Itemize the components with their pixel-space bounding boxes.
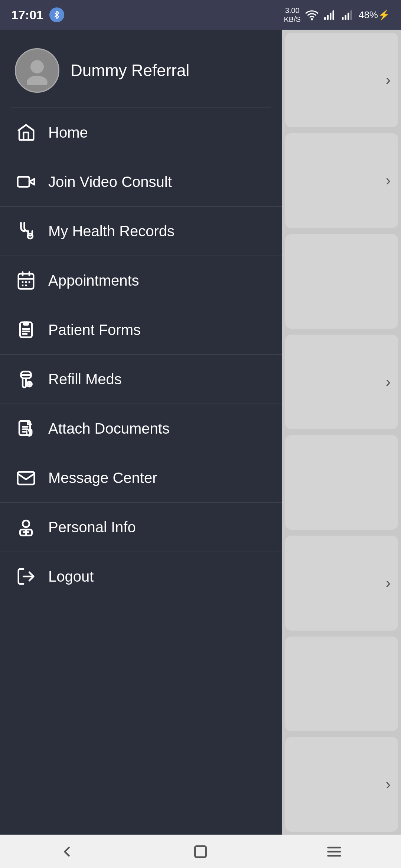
person-badge-icon <box>15 516 37 538</box>
svg-point-9 <box>30 60 44 73</box>
sidebar-item-label-health: My Health Records <box>48 223 175 240</box>
sidebar-item-join-video-consult[interactable]: Join Video Consult <box>0 157 282 207</box>
menu-button[interactable] <box>319 841 349 863</box>
sidebar-item-label-messages: Message Center <box>48 470 157 486</box>
signal-icon-2 <box>341 8 354 22</box>
sidebar-item-refill-meds[interactable]: Refill Meds <box>0 355 282 404</box>
svg-rect-18 <box>25 281 27 283</box>
right-card-5[interactable] <box>285 435 398 530</box>
right-card-7[interactable] <box>285 637 398 731</box>
sidebar-item-label-meds: Refill Meds <box>48 371 122 388</box>
bottom-nav <box>0 835 401 868</box>
wifi-icon <box>305 8 319 22</box>
sidebar-drawer: Dummy Referral Home Join Video Consult <box>0 30 282 835</box>
sidebar-item-label-docs: Attach Documents <box>48 420 170 437</box>
paperclip-doc-icon <box>15 417 37 440</box>
right-card-6[interactable]: › <box>285 536 398 630</box>
home-icon <box>15 121 37 144</box>
svg-point-0 <box>311 19 312 20</box>
main-layout: Dummy Referral Home Join Video Consult <box>0 30 401 835</box>
sidebar-item-label-appointments: Appointments <box>48 272 139 289</box>
svg-rect-32 <box>19 421 30 435</box>
chevron-right-icon: › <box>386 172 391 189</box>
status-icons: 3.00KB/S 48%⚡ <box>284 6 390 24</box>
video-icon <box>15 171 37 193</box>
stethoscope-icon <box>15 220 37 242</box>
svg-rect-17 <box>22 281 24 283</box>
chevron-right-icon: › <box>386 575 391 591</box>
svg-point-37 <box>23 520 29 527</box>
profile-section[interactable]: Dummy Referral <box>0 30 282 108</box>
battery-level: 48%⚡ <box>359 9 390 21</box>
svg-rect-4 <box>332 10 334 20</box>
logout-icon <box>15 565 37 588</box>
chevron-right-icon: › <box>386 374 391 390</box>
svg-rect-21 <box>25 285 27 286</box>
right-card-1[interactable]: › <box>285 33 398 127</box>
signal-icon <box>323 8 336 22</box>
svg-rect-1 <box>324 17 326 20</box>
chevron-right-icon: › <box>386 776 391 793</box>
pills-icon <box>15 368 37 390</box>
sidebar-item-personal-info[interactable]: Personal Info <box>0 503 282 552</box>
right-card-2[interactable]: › <box>285 133 398 228</box>
sidebar-item-attach-documents[interactable]: Attach Documents <box>0 404 282 453</box>
avatar <box>15 48 59 93</box>
sidebar-item-my-health-records[interactable]: My Health Records <box>0 207 282 256</box>
svg-rect-20 <box>22 285 24 286</box>
calendar-icon <box>15 269 37 292</box>
right-card-3[interactable] <box>285 234 398 329</box>
sidebar-item-label-logout: Logout <box>48 568 94 585</box>
sidebar-item-label-home: Home <box>48 124 88 141</box>
status-bar: 17:01 3.00KB/S 48%⚡ <box>0 0 401 30</box>
data-speed: 3.00KB/S <box>284 6 301 24</box>
bluetooth-icon <box>49 7 64 22</box>
sidebar-item-patient-forms[interactable]: Patient Forms <box>0 305 282 355</box>
sidebar-item-label-forms: Patient Forms <box>48 322 141 338</box>
clipboard-icon <box>15 319 37 341</box>
svg-rect-42 <box>195 846 206 857</box>
status-time: 17:01 <box>11 8 43 22</box>
nav-list: Home Join Video Consult <box>0 108 282 835</box>
svg-point-10 <box>27 76 48 85</box>
svg-rect-2 <box>327 15 329 20</box>
sidebar-item-label-personal: Personal Info <box>48 519 136 536</box>
back-button[interactable] <box>52 841 82 863</box>
sidebar-item-message-center[interactable]: Message Center <box>0 453 282 503</box>
right-card-8[interactable]: › <box>285 737 398 832</box>
envelope-icon <box>15 467 37 489</box>
right-card-4[interactable]: › <box>285 335 398 429</box>
svg-rect-8 <box>350 10 352 20</box>
profile-name: Dummy Referral <box>71 61 189 80</box>
sidebar-item-logout[interactable]: Logout <box>0 552 282 601</box>
right-panel: › › › › › <box>282 30 401 835</box>
svg-rect-7 <box>348 13 349 20</box>
svg-rect-6 <box>345 15 346 20</box>
svg-rect-11 <box>18 177 30 187</box>
svg-rect-36 <box>18 472 35 484</box>
sidebar-item-appointments[interactable]: Appointments <box>0 256 282 305</box>
sidebar-item-label-video: Join Video Consult <box>48 174 172 190</box>
home-button[interactable] <box>186 841 215 863</box>
svg-rect-5 <box>342 17 344 20</box>
svg-rect-19 <box>29 281 30 283</box>
chevron-right-icon: › <box>386 72 391 88</box>
sidebar-item-home[interactable]: Home <box>0 108 282 157</box>
svg-rect-3 <box>330 13 332 20</box>
